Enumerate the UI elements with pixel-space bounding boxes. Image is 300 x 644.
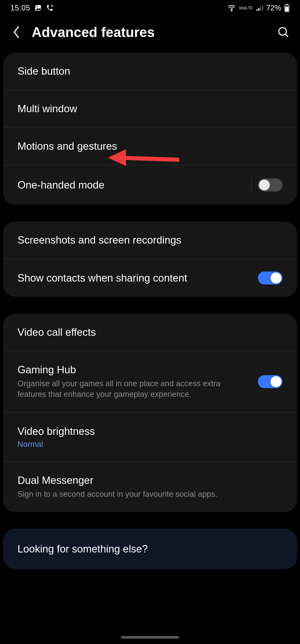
page-header: Advanced features [0,16,300,52]
item-title: Motions and gestures [17,140,283,152]
status-left: 15:05 B [10,4,53,12]
svg-rect-10 [286,6,289,11]
show-contacts-sharing-item[interactable]: Show contacts when sharing content [3,259,297,297]
back-button[interactable] [10,26,23,39]
status-right: Vo))LTE 72% [228,4,290,12]
svg-point-3 [231,10,232,11]
svg-rect-7 [262,6,263,11]
page-title: Advanced features [32,24,268,40]
toggle-knob [271,272,282,284]
item-subtitle: Sign in to a second account in your favo… [17,489,283,500]
signal-icon [256,4,263,12]
looking-for-more-card[interactable]: Looking for something else? [3,529,297,569]
video-brightness-item[interactable]: Video brightness Normal [3,413,297,462]
video-call-effects-item[interactable]: Video call effects [3,314,297,351]
navigation-handle[interactable] [121,636,179,638]
toggle-knob [259,180,270,190]
svg-rect-6 [260,7,261,11]
svg-text:B: B [51,4,53,7]
phone-missed-icon: B [46,4,53,12]
screenshots-recordings-item[interactable]: Screenshots and screen recordings [3,222,297,259]
svg-rect-9 [286,4,288,5]
item-title: Side button [17,65,283,77]
one-handed-mode-item[interactable]: One-handed mode [3,165,297,205]
side-button-item[interactable]: Side button [3,52,297,90]
multi-window-item[interactable]: Multi window [3,90,297,128]
svg-line-12 [286,34,288,37]
svg-rect-5 [258,8,259,11]
search-button[interactable] [277,26,290,39]
item-title: Screenshots and screen recordings [17,234,283,246]
settings-group: Side button Multi window Motions and ges… [3,52,297,205]
settings-group: Screenshots and screen recordings Show c… [3,222,297,297]
item-title: Gaming Hub [17,364,250,376]
one-handed-mode-toggle[interactable] [258,178,283,192]
status-bar: 15:05 B Vo))LTE 72% [0,0,300,16]
footer-title: Looking for something else? [17,543,283,555]
show-contacts-toggle[interactable] [258,272,283,284]
settings-group: Video call effects Gaming Hub Organise a… [3,314,297,512]
chevron-left-icon [12,26,21,39]
item-title: Show contacts when sharing content [17,272,258,284]
svg-rect-4 [257,9,258,11]
svg-point-1 [36,6,37,7]
item-subtitle: Organise all your games all in one place… [17,378,250,400]
gaming-hub-item[interactable]: Gaming Hub Organise all your games all i… [3,351,297,413]
item-title: Video call effects [17,326,283,338]
battery-percentage: 72% [266,4,281,12]
picture-icon [34,4,42,12]
dual-messenger-item[interactable]: Dual Messenger Sign in to a second accou… [3,462,297,512]
battery-icon [284,4,290,12]
divider [251,178,252,192]
status-time: 15:05 [10,4,30,12]
item-title: Multi window [17,102,283,115]
gaming-hub-toggle[interactable] [258,375,283,388]
wifi-icon [228,4,236,12]
item-value: Normal [17,440,283,449]
volte-icon: Vo))LTE [239,6,253,10]
search-icon [277,26,289,38]
item-title: Video brightness [17,425,283,437]
toggle-knob [271,376,282,387]
item-title: Dual Messenger [17,474,283,486]
motions-gestures-item[interactable]: Motions and gestures [3,128,297,165]
item-title: One-handed mode [17,179,245,191]
